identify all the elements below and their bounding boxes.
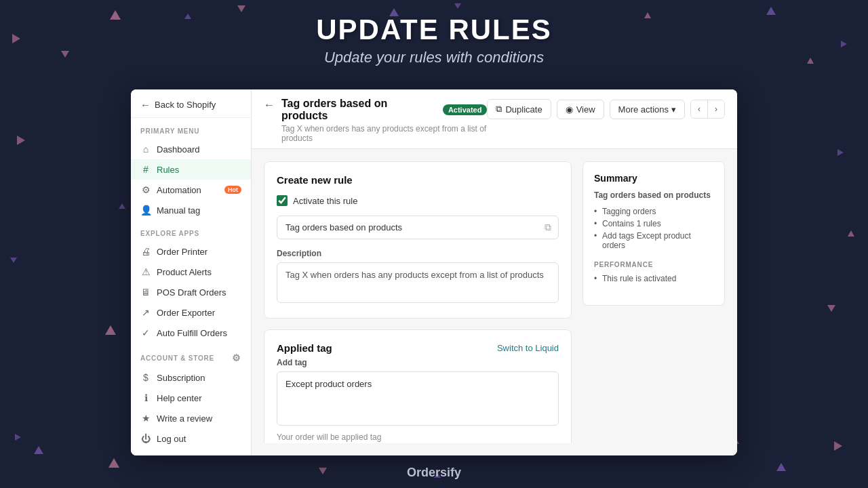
- sidebar-item-automation[interactable]: ⚙ Automation Hot: [131, 180, 251, 200]
- topbar-actions: ⧉ Duplicate ◉ View More actions ▾ ‹ ›: [487, 99, 725, 119]
- printer-icon: 🖨: [140, 246, 151, 257]
- deco-tri-26: [119, 203, 125, 209]
- sidebar-item-label: Dashboard: [157, 144, 200, 155]
- summary-item-1: Tagging orders: [594, 205, 713, 218]
- left-panel: Create new rule Activate this rule ⧉ Des…: [264, 161, 572, 443]
- create-rule-title: Create new rule: [277, 174, 559, 186]
- duplicate-icon: ⧉: [496, 104, 502, 115]
- next-arrow-button[interactable]: ›: [708, 100, 724, 118]
- top-bar: ← Tag orders based on products Activated…: [252, 89, 737, 149]
- tag-hint: Your order will be applied tag: [277, 432, 559, 442]
- topbar-subtitle: Tag X when orders has any products excep…: [281, 124, 487, 143]
- create-rule-card: Create new rule Activate this rule ⧉ Des…: [264, 161, 572, 319]
- activate-rule-checkbox[interactable]: [277, 195, 288, 206]
- more-actions-button[interactable]: More actions ▾: [610, 100, 685, 119]
- add-tag-label: Add tag: [277, 358, 559, 367]
- page-footer: Ordersify: [0, 466, 868, 480]
- deco-tri-5: [454, 3, 461, 9]
- dollar-icon: $: [140, 372, 151, 383]
- main-content: ← Tag orders based on products Activated…: [252, 89, 737, 455]
- sidebar-item-subscription[interactable]: $ Subscription: [131, 367, 251, 388]
- sidebar-item-rules[interactable]: # Rules: [131, 159, 251, 180]
- app-window: ← Back to Shopify PRIMARY MENU ⌂ Dashboa…: [131, 89, 737, 455]
- duplicate-button[interactable]: ⧉ Duplicate: [487, 99, 551, 119]
- sidebar-item-help-center[interactable]: ℹ Help center: [131, 388, 251, 408]
- summary-item-3: Add tags Except product orders: [594, 230, 713, 251]
- page-title: UPDATE RULES: [0, 14, 868, 46]
- summary-item-2: Contains 1 rules: [594, 218, 713, 230]
- sidebar-item-label: Log out: [157, 434, 186, 444]
- sidebar-item-label: Subscription: [157, 373, 205, 383]
- view-label: View: [576, 104, 595, 115]
- sidebar-item-write-review[interactable]: ★ Write a review: [131, 408, 251, 428]
- settings-icon[interactable]: ⚙: [232, 352, 241, 363]
- home-icon: ⌂: [140, 144, 151, 155]
- summary-list: Tagging orders Contains 1 rules Add tags…: [594, 205, 713, 251]
- info-icon: ℹ: [140, 392, 151, 403]
- deco-tri-24: [848, 230, 854, 237]
- deco-tri-25: [827, 305, 835, 312]
- sidebar-item-order-printer[interactable]: 🖨 Order Printer: [131, 241, 251, 262]
- chevron-down-icon: ▾: [671, 104, 676, 115]
- deco-tri-17: [834, 441, 842, 451]
- sidebar-item-order-exporter[interactable]: ↗ Order Exporter: [131, 302, 251, 323]
- applied-tag-card: Applied tag Switch to Liquid Add tag Exc…: [264, 329, 572, 443]
- topbar-title: Tag orders based on products: [281, 98, 436, 122]
- performance-list: This rule is activated: [594, 272, 713, 285]
- performance-label: PERFORMANCE: [594, 261, 713, 268]
- rule-name-input-row: ⧉: [277, 216, 559, 239]
- back-to-shopify-link[interactable]: ← Back to Shopify: [131, 89, 251, 118]
- eye-icon: ◉: [566, 104, 573, 115]
- pos-icon: 🖥: [140, 287, 151, 298]
- performance-item-1: This rule is activated: [594, 272, 713, 285]
- duplicate-label: Duplicate: [505, 104, 542, 115]
- prev-arrow-button[interactable]: ‹: [691, 100, 708, 118]
- rule-name-input[interactable]: [277, 217, 538, 238]
- switch-to-liquid-link[interactable]: Switch to Liquid: [497, 343, 559, 353]
- export-icon: ↗: [140, 307, 151, 318]
- activated-badge: Activated: [443, 104, 488, 115]
- deco-tri-23: [837, 149, 844, 156]
- hash-icon: #: [140, 164, 151, 175]
- sidebar-item-label: Rules: [157, 165, 179, 175]
- footer-brand: Ordersify: [407, 466, 461, 479]
- add-tag-textarea[interactable]: Except product orders: [277, 371, 559, 426]
- sidebar-item-label: Auto Fulfill Orders: [157, 328, 227, 338]
- alert-icon: ⚠: [140, 266, 151, 277]
- sidebar-item-product-alerts[interactable]: ⚠ Product Alerts: [131, 262, 251, 282]
- sidebar-item-label: Order Exporter: [157, 308, 215, 318]
- gear-icon: ⚙: [140, 184, 151, 195]
- sidebar-item-auto-fulfill-orders[interactable]: ✓ Auto Fulfill Orders: [131, 323, 251, 343]
- sidebar-item-dashboard[interactable]: ⌂ Dashboard: [131, 139, 251, 159]
- sidebar-item-log-out[interactable]: ⏻ Log out: [131, 428, 251, 449]
- fulfill-icon: ✓: [140, 327, 151, 338]
- deco-tri-3: [237, 5, 245, 12]
- view-button[interactable]: ◉ View: [557, 100, 604, 119]
- page-subtitle: Update your rules with conditions: [0, 49, 868, 66]
- activate-rule-label: Activate this rule: [293, 196, 357, 206]
- account-store-label: ACCOUNT & STORE ⚙: [131, 343, 251, 367]
- description-label: Description: [277, 249, 559, 258]
- sidebar-item-manual-tag[interactable]: 👤 Manual tag: [131, 200, 251, 220]
- back-link-label: Back to Shopify: [155, 100, 216, 110]
- sidebar-item-label: Write a review: [157, 413, 212, 424]
- back-arrow-icon: ←: [140, 99, 151, 110]
- explore-apps-label: EXPLORE APPS: [131, 220, 251, 241]
- deco-tri-14: [15, 434, 21, 441]
- applied-tag-title: Applied tag: [277, 342, 332, 354]
- deco-tri-12: [34, 446, 43, 454]
- sidebar-item-label: POS Draft Orders: [157, 287, 226, 298]
- sidebar-item-label: Help center: [157, 393, 201, 403]
- content-area: Create new rule Activate this rule ⧉ Des…: [252, 149, 737, 455]
- sidebar: ← Back to Shopify PRIMARY MENU ⌂ Dashboa…: [131, 89, 252, 455]
- sidebar-item-label: Automation: [157, 185, 201, 195]
- activate-rule-row: Activate this rule: [277, 195, 559, 206]
- summary-title: Summary: [594, 173, 713, 184]
- deco-tri-20: [17, 136, 25, 145]
- description-textarea[interactable]: Tag X when orders has any products excep…: [277, 262, 559, 303]
- deco-tri-21: [10, 258, 17, 263]
- topbar-back-button[interactable]: ←: [264, 99, 275, 111]
- power-icon: ⏻: [140, 433, 151, 444]
- sidebar-item-pos-draft-orders[interactable]: 🖥 POS Draft Orders: [131, 282, 251, 302]
- nav-arrows: ‹ ›: [690, 100, 725, 119]
